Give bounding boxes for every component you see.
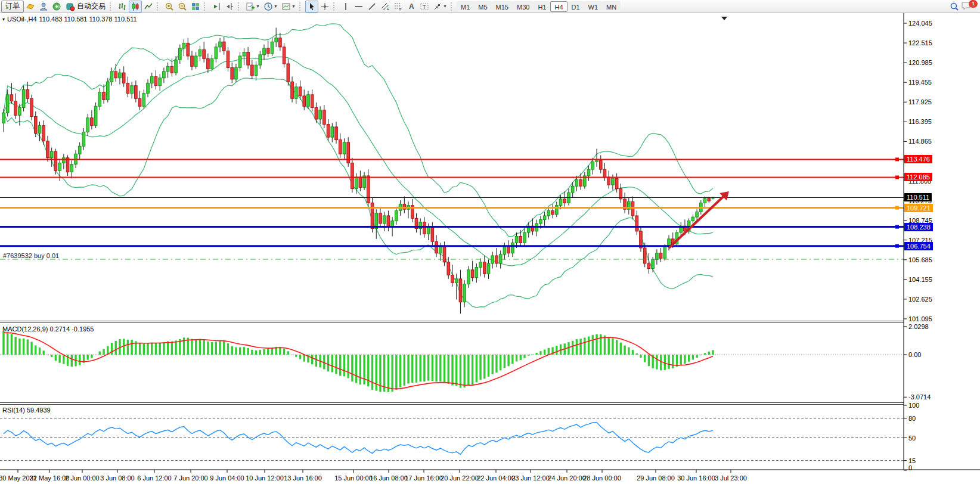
candle xyxy=(303,89,306,110)
candle xyxy=(523,229,526,246)
chat-button[interactable]: 1 xyxy=(961,1,976,13)
time-axis-label: 28 Jun 00:00 xyxy=(583,474,621,482)
macd-bar xyxy=(7,332,8,355)
timeframe-M1[interactable]: M1 xyxy=(457,1,474,12)
candle xyxy=(291,77,294,103)
text-tool[interactable]: A xyxy=(405,1,418,13)
add-indicator-button[interactable]: ▼ xyxy=(244,1,262,13)
macd-bar xyxy=(46,355,48,355)
macd-bar xyxy=(507,355,509,366)
timeframe-M30[interactable]: M30 xyxy=(513,1,534,12)
search-button[interactable] xyxy=(948,1,961,13)
candle xyxy=(142,89,145,108)
candlestick-chart-button[interactable] xyxy=(129,1,142,13)
candle xyxy=(628,198,631,215)
svg-text:T: T xyxy=(423,4,426,10)
arrows-tool[interactable]: ▼ xyxy=(431,1,449,13)
candle xyxy=(584,172,587,188)
macd-bar xyxy=(644,355,646,362)
candle-body xyxy=(138,98,141,106)
candle-body xyxy=(6,95,9,113)
zoom-in-button[interactable] xyxy=(163,1,176,13)
equidistant-channel-tool[interactable]: E xyxy=(379,1,392,13)
candle xyxy=(519,230,522,247)
macd-bar xyxy=(287,351,289,355)
tile-windows-button[interactable] xyxy=(189,1,202,13)
new-order-icon[interactable] xyxy=(24,1,37,13)
time-axis-label: 20 Jun 22:00 xyxy=(441,474,479,482)
horizontal-line-tool[interactable] xyxy=(352,1,365,13)
candle-body xyxy=(247,52,250,66)
macd-bar xyxy=(435,355,437,381)
crosshair-button[interactable] xyxy=(318,1,331,13)
macd-bar xyxy=(488,355,489,377)
bar-chart-button[interactable] xyxy=(116,1,129,13)
new-order-button[interactable]: 订单 xyxy=(1,1,24,13)
fibonacci-tool[interactable]: F xyxy=(392,1,405,13)
candle-body xyxy=(311,95,314,108)
candle-body xyxy=(423,222,426,234)
candle-body xyxy=(359,177,362,187)
candle-body xyxy=(379,213,382,224)
macd-bar xyxy=(367,355,369,386)
accounts-icon[interactable] xyxy=(37,1,50,13)
macd-bar xyxy=(448,355,449,384)
candle xyxy=(335,122,338,144)
rsi-axis-label: 80 xyxy=(908,415,916,422)
line-chart-button[interactable] xyxy=(142,1,155,13)
timeframe-D1[interactable]: D1 xyxy=(567,1,584,12)
chart-shift-marker[interactable] xyxy=(721,17,727,20)
chart-shift-button[interactable] xyxy=(223,1,236,13)
candle xyxy=(287,58,290,85)
macd-bar xyxy=(347,355,349,378)
macd-bar xyxy=(556,346,557,355)
candle xyxy=(451,265,454,287)
zoom-out-button[interactable] xyxy=(176,1,189,13)
text-label-tool[interactable]: T xyxy=(418,1,431,13)
cursor-button[interactable] xyxy=(305,1,318,13)
macd-bar xyxy=(680,355,682,365)
auto-scroll-button[interactable] xyxy=(210,1,223,13)
candle-body xyxy=(78,146,81,154)
time-axis-label: 22 Jun 04:00 xyxy=(477,474,515,482)
candle xyxy=(131,82,134,98)
trend-arrow[interactable] xyxy=(669,196,725,248)
one-click-trading-arrow[interactable]: ▾ xyxy=(2,17,5,22)
candle-body xyxy=(427,227,430,234)
candle-body xyxy=(150,77,153,83)
candle xyxy=(187,38,190,60)
macd-bar xyxy=(355,355,357,383)
timeframe-W1[interactable]: W1 xyxy=(584,1,603,12)
vertical-line-tool[interactable] xyxy=(339,1,352,13)
timeframe-MN[interactable]: MN xyxy=(602,1,621,12)
bollinger-lower xyxy=(4,78,713,308)
candle xyxy=(231,63,234,83)
macd-bar xyxy=(439,355,441,381)
macd-bar xyxy=(315,355,317,367)
candle-body xyxy=(50,151,53,158)
candle xyxy=(14,94,17,119)
candle-body xyxy=(555,206,558,215)
candle-body xyxy=(523,232,526,243)
candle xyxy=(103,85,106,104)
timeframe-H1[interactable]: H1 xyxy=(534,1,550,12)
candle xyxy=(467,266,470,288)
templates-button[interactable]: ▼ xyxy=(280,1,297,13)
autotrading-button[interactable]: 自动交易 xyxy=(63,1,108,13)
candle-body xyxy=(122,73,125,83)
trendline-tool[interactable] xyxy=(365,1,379,13)
channel-icon: E xyxy=(380,2,390,11)
candle-body xyxy=(26,89,29,98)
candle-body xyxy=(539,219,542,223)
periods-button[interactable]: ▼ xyxy=(262,1,280,13)
macd-bar xyxy=(648,355,650,366)
timeframe-M5[interactable]: M5 xyxy=(474,1,491,12)
chart-canvas[interactable]: 124.045122.515120.985119.455117.925116.3… xyxy=(0,13,980,484)
candle-body xyxy=(355,177,358,188)
signals-icon[interactable] xyxy=(50,1,63,13)
timeframe-M15[interactable]: M15 xyxy=(492,1,513,12)
candle-body xyxy=(283,47,286,64)
candle xyxy=(54,149,57,175)
macd-bar xyxy=(548,348,550,355)
timeframe-H4[interactable]: H4 xyxy=(550,1,567,12)
